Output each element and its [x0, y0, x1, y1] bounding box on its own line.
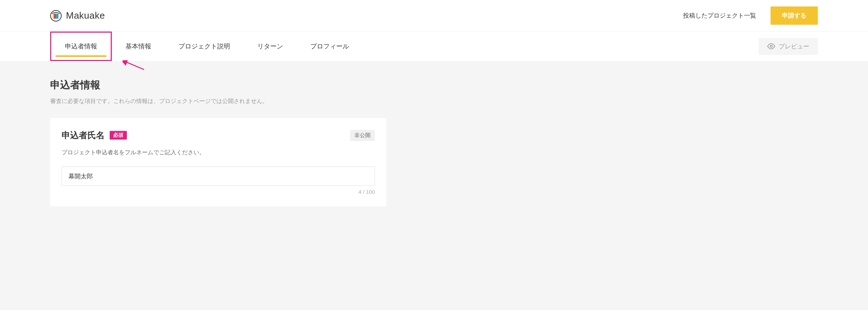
svg-point-3 [770, 45, 772, 47]
privacy-badge: 非公開 [350, 130, 375, 141]
preview-button-label: プレビュー [779, 42, 809, 51]
tab-label: リターン [257, 42, 283, 51]
tabs: 申込者情報 基本情報 プロジェクト説明 リターン プロフィール [50, 32, 363, 61]
preview-button[interactable]: プレビュー [759, 38, 818, 55]
tab-project-description[interactable]: プロジェクト説明 [165, 32, 244, 61]
tab-basic-info[interactable]: 基本情報 [112, 32, 165, 61]
makuake-logo-icon [50, 10, 62, 22]
field-description: プロジェクト申込者名をフルネームでご記入ください。 [62, 149, 375, 156]
tab-label: プロフィール [310, 42, 349, 51]
page-title: 申込者情報 [50, 78, 818, 92]
logo-text: Makuake [66, 10, 105, 21]
tabs-bar: 申込者情報 基本情報 プロジェクト説明 リターン プロフィール プレビュー [0, 32, 868, 61]
field-header: 申込者氏名 必須 非公開 [62, 130, 375, 141]
applicant-name-input[interactable] [62, 166, 375, 186]
tab-label: プロジェクト説明 [178, 42, 230, 51]
logo[interactable]: Makuake [50, 10, 105, 22]
char-count: 4 / 100 [62, 189, 375, 195]
field-header-left: 申込者氏名 必須 [62, 130, 127, 141]
main-content: 申込者情報 審査に必要な項目です。これらの情報は、プロジェクトページでは公開され… [0, 61, 868, 206]
tab-return[interactable]: リターン [244, 32, 297, 61]
eye-icon [767, 42, 775, 50]
header-right: 投稿したプロジェクト一覧 申請する [683, 6, 818, 25]
tab-label: 申込者情報 [65, 42, 97, 51]
required-badge: 必須 [110, 131, 127, 140]
main-header: Makuake 投稿したプロジェクト一覧 申請する [0, 0, 868, 32]
apply-button[interactable]: 申請する [771, 6, 818, 25]
tab-label: 基本情報 [125, 42, 151, 51]
tab-applicant-info[interactable]: 申込者情報 [50, 32, 112, 61]
project-list-link[interactable]: 投稿したプロジェクト一覧 [683, 11, 756, 20]
page-subtitle: 審査に必要な項目です。これらの情報は、プロジェクトページでは公開されません。 [50, 98, 818, 105]
field-label: 申込者氏名 [62, 130, 105, 141]
form-card: 申込者氏名 必須 非公開 プロジェクト申込者名をフルネームでご記入ください。 4… [50, 118, 386, 206]
tab-profile[interactable]: プロフィール [297, 32, 363, 61]
